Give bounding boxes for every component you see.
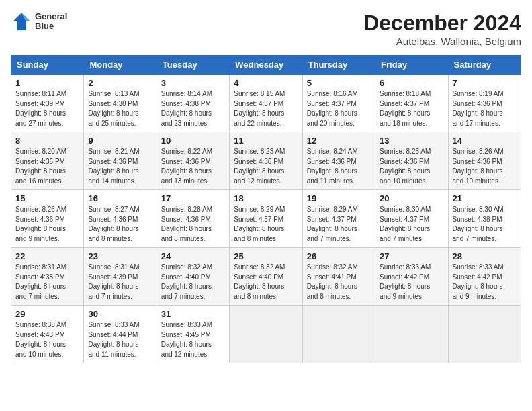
day-info: Sunrise: 8:23 AMSunset: 4:36 PMDaylight:… <box>234 147 298 186</box>
calendar-cell: 5Sunrise: 8:16 AMSunset: 4:37 PMDaylight… <box>302 75 375 132</box>
day-number: 7 <box>453 78 517 88</box>
page-header: General Blue December 2024 Autelbas, Wal… <box>11 11 521 47</box>
weekday-header-monday: Monday <box>84 56 157 75</box>
day-number: 26 <box>307 251 371 261</box>
day-info: Sunrise: 8:13 AMSunset: 4:38 PMDaylight:… <box>88 89 152 128</box>
day-info: Sunrise: 8:28 AMSunset: 4:36 PMDaylight:… <box>161 205 225 244</box>
weekday-header-row: SundayMondayTuesdayWednesdayThursdayFrid… <box>11 56 521 75</box>
calendar-cell: 4Sunrise: 8:15 AMSunset: 4:37 PMDaylight… <box>230 75 302 132</box>
title-block: December 2024 Autelbas, Wallonia, Belgiu… <box>363 11 521 47</box>
day-info: Sunrise: 8:20 AMSunset: 4:36 PMDaylight:… <box>15 147 79 186</box>
day-number: 8 <box>15 136 79 146</box>
location: Autelbas, Wallonia, Belgium <box>363 36 521 47</box>
calendar-cell: 28Sunrise: 8:33 AMSunset: 4:42 PMDayligh… <box>448 248 521 306</box>
day-number: 13 <box>380 136 443 146</box>
day-info: Sunrise: 8:32 AMSunset: 4:40 PMDaylight:… <box>234 263 298 302</box>
day-number: 20 <box>380 193 443 203</box>
day-info: Sunrise: 8:26 AMSunset: 4:36 PMDaylight:… <box>15 205 79 244</box>
calendar-table: SundayMondayTuesdayWednesdayThursdayFrid… <box>11 55 521 363</box>
day-info: Sunrise: 8:15 AMSunset: 4:37 PMDaylight:… <box>234 89 298 128</box>
calendar-cell: 20Sunrise: 8:30 AMSunset: 4:37 PMDayligh… <box>375 190 448 248</box>
day-info: Sunrise: 8:31 AMSunset: 4:38 PMDaylight:… <box>15 263 79 302</box>
day-number: 25 <box>234 251 298 261</box>
day-info: Sunrise: 8:22 AMSunset: 4:36 PMDaylight:… <box>161 147 225 186</box>
week-row-4: 22Sunrise: 8:31 AMSunset: 4:38 PMDayligh… <box>11 248 521 306</box>
month-title: December 2024 <box>363 11 521 36</box>
calendar-cell: 25Sunrise: 8:32 AMSunset: 4:40 PMDayligh… <box>230 248 302 306</box>
calendar-cell: 30Sunrise: 8:33 AMSunset: 4:44 PMDayligh… <box>84 306 157 363</box>
day-number: 6 <box>380 78 443 88</box>
day-info: Sunrise: 8:29 AMSunset: 4:37 PMDaylight:… <box>307 205 371 244</box>
day-number: 9 <box>88 136 152 146</box>
day-info: Sunrise: 8:19 AMSunset: 4:36 PMDaylight:… <box>453 89 517 128</box>
calendar-cell <box>230 306 302 363</box>
day-info: Sunrise: 8:24 AMSunset: 4:36 PMDaylight:… <box>307 147 371 186</box>
day-number: 24 <box>161 251 225 261</box>
calendar-cell: 15Sunrise: 8:26 AMSunset: 4:36 PMDayligh… <box>11 190 84 248</box>
calendar-cell: 3Sunrise: 8:14 AMSunset: 4:38 PMDaylight… <box>157 75 229 132</box>
day-number: 31 <box>161 309 225 319</box>
day-info: Sunrise: 8:33 AMSunset: 4:44 PMDaylight:… <box>88 320 152 359</box>
day-number: 21 <box>453 193 517 203</box>
calendar-cell: 31Sunrise: 8:33 AMSunset: 4:45 PMDayligh… <box>157 306 229 363</box>
calendar-cell: 10Sunrise: 8:22 AMSunset: 4:36 PMDayligh… <box>157 132 229 190</box>
day-number: 5 <box>307 78 371 88</box>
day-info: Sunrise: 8:31 AMSunset: 4:39 PMDaylight:… <box>88 263 152 302</box>
calendar-cell: 7Sunrise: 8:19 AMSunset: 4:36 PMDaylight… <box>448 75 521 132</box>
day-info: Sunrise: 8:29 AMSunset: 4:37 PMDaylight:… <box>234 205 298 244</box>
calendar-cell: 8Sunrise: 8:20 AMSunset: 4:36 PMDaylight… <box>11 132 84 190</box>
weekday-header-tuesday: Tuesday <box>157 56 229 75</box>
day-number: 17 <box>161 193 225 203</box>
day-number: 10 <box>161 136 225 146</box>
day-info: Sunrise: 8:21 AMSunset: 4:36 PMDaylight:… <box>88 147 152 186</box>
calendar-cell: 22Sunrise: 8:31 AMSunset: 4:38 PMDayligh… <box>11 248 84 306</box>
day-number: 11 <box>234 136 298 146</box>
day-number: 27 <box>380 251 443 261</box>
day-number: 29 <box>15 309 79 319</box>
day-info: Sunrise: 8:18 AMSunset: 4:37 PMDaylight:… <box>380 89 443 128</box>
calendar-cell: 11Sunrise: 8:23 AMSunset: 4:36 PMDayligh… <box>230 132 302 190</box>
logo: General Blue <box>11 11 67 32</box>
day-info: Sunrise: 8:33 AMSunset: 4:42 PMDaylight:… <box>453 263 517 302</box>
calendar-cell: 1Sunrise: 8:11 AMSunset: 4:39 PMDaylight… <box>11 75 84 132</box>
day-info: Sunrise: 8:27 AMSunset: 4:36 PMDaylight:… <box>88 205 152 244</box>
day-number: 28 <box>453 251 517 261</box>
day-number: 23 <box>88 251 152 261</box>
weekday-header-saturday: Saturday <box>448 56 521 75</box>
day-number: 1 <box>15 78 79 88</box>
logo-text: General Blue <box>35 12 67 32</box>
day-number: 30 <box>88 309 152 319</box>
calendar-cell: 19Sunrise: 8:29 AMSunset: 4:37 PMDayligh… <box>302 190 375 248</box>
calendar-cell: 17Sunrise: 8:28 AMSunset: 4:36 PMDayligh… <box>157 190 229 248</box>
day-number: 18 <box>234 193 298 203</box>
calendar-cell: 14Sunrise: 8:26 AMSunset: 4:36 PMDayligh… <box>448 132 521 190</box>
calendar-cell: 18Sunrise: 8:29 AMSunset: 4:37 PMDayligh… <box>230 190 302 248</box>
weekday-header-friday: Friday <box>375 56 448 75</box>
day-number: 3 <box>161 78 225 88</box>
calendar-cell <box>448 306 521 363</box>
weekday-header-thursday: Thursday <box>302 56 375 75</box>
calendar-cell: 23Sunrise: 8:31 AMSunset: 4:39 PMDayligh… <box>84 248 157 306</box>
day-info: Sunrise: 8:33 AMSunset: 4:42 PMDaylight:… <box>380 263 443 302</box>
week-row-1: 1Sunrise: 8:11 AMSunset: 4:39 PMDaylight… <box>11 75 521 132</box>
day-number: 4 <box>234 78 298 88</box>
logo-icon <box>11 11 32 32</box>
day-number: 19 <box>307 193 371 203</box>
calendar-cell: 13Sunrise: 8:25 AMSunset: 4:36 PMDayligh… <box>375 132 448 190</box>
calendar-cell: 2Sunrise: 8:13 AMSunset: 4:38 PMDaylight… <box>84 75 157 132</box>
day-number: 22 <box>15 251 79 261</box>
calendar-cell: 24Sunrise: 8:32 AMSunset: 4:40 PMDayligh… <box>157 248 229 306</box>
calendar-cell: 9Sunrise: 8:21 AMSunset: 4:36 PMDaylight… <box>84 132 157 190</box>
calendar-cell <box>375 306 448 363</box>
calendar-cell: 16Sunrise: 8:27 AMSunset: 4:36 PMDayligh… <box>84 190 157 248</box>
day-number: 16 <box>88 193 152 203</box>
calendar-cell <box>302 306 375 363</box>
day-number: 15 <box>15 193 79 203</box>
weekday-header-sunday: Sunday <box>11 56 84 75</box>
calendar-cell: 6Sunrise: 8:18 AMSunset: 4:37 PMDaylight… <box>375 75 448 132</box>
week-row-2: 8Sunrise: 8:20 AMSunset: 4:36 PMDaylight… <box>11 132 521 190</box>
day-info: Sunrise: 8:25 AMSunset: 4:36 PMDaylight:… <box>380 147 443 186</box>
calendar-cell: 21Sunrise: 8:30 AMSunset: 4:38 PMDayligh… <box>448 190 521 248</box>
day-number: 2 <box>88 78 152 88</box>
week-row-5: 29Sunrise: 8:33 AMSunset: 4:43 PMDayligh… <box>11 306 521 363</box>
